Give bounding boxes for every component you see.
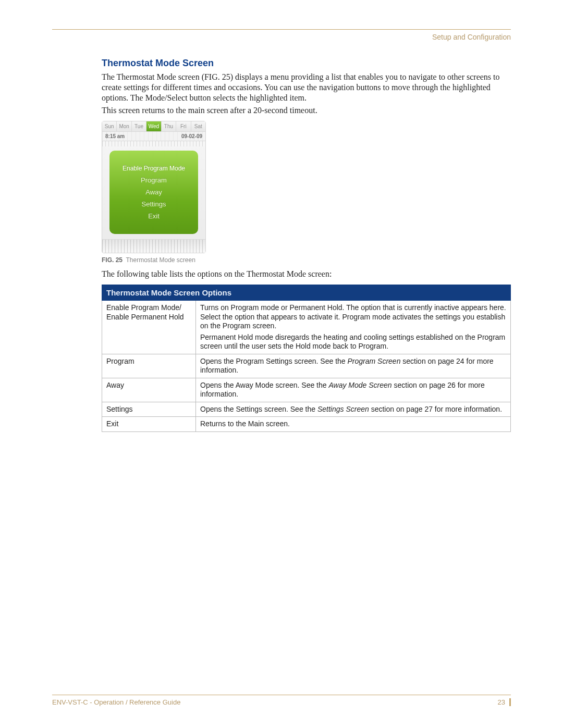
thermo-menu-item: Settings — [142, 200, 166, 208]
page: Setup and Configuration Thermostat Mode … — [0, 0, 563, 728]
scale-top — [102, 141, 205, 146]
paragraph-1: The Thermostat Mode screen (FIG. 25) dis… — [102, 72, 511, 105]
figure-caption: FIG. 25 Thermostat Mode screen — [102, 253, 511, 269]
table-header: Thermostat Mode Screen Options — [102, 285, 511, 301]
page-footer: ENV-VST-C - Operation / Reference Guide … — [52, 695, 511, 706]
top-rule — [52, 29, 511, 30]
day-tab-thu: Thu — [162, 121, 176, 131]
date-label: 09-02-09 — [181, 133, 202, 139]
table-intro: The following table lists the options on… — [102, 269, 511, 281]
table-row: SettingsOpens the Settings screen. See t… — [102, 402, 511, 417]
day-tab-fri: Fri — [176, 121, 191, 131]
figure-caption-text: Thermostat Mode screen — [126, 256, 195, 264]
description-cell: Opens the Settings screen. See the Setti… — [196, 402, 511, 417]
day-tabs: SunMonTueWedThuFriSat — [102, 121, 205, 131]
thermo-menu-item: Away — [145, 188, 162, 196]
table-row: Enable Program Mode/Enable Permanent Hol… — [102, 301, 511, 354]
thermostat-figure: SunMonTueWedThuFriSat 8:15 am 09-02-09 E… — [102, 121, 206, 253]
thermo-menu-item: Program — [141, 176, 167, 184]
page-number: 23 — [498, 698, 511, 706]
table-row: ProgramOpens the Program Settings screen… — [102, 354, 511, 378]
description-cell: Opens the Program Settings screen. See t… — [196, 354, 511, 378]
option-cell: Away — [102, 378, 196, 402]
description-cell: Opens the Away Mode screen. See the Away… — [196, 378, 511, 402]
day-tab-mon: Mon — [117, 121, 131, 131]
thermo-menu-item: Exit — [148, 212, 160, 220]
thermostat-menu: Enable Program ModeProgramAwaySettingsEx… — [109, 151, 198, 234]
time-label: 8:15 am — [105, 133, 125, 139]
time-date-row: 8:15 am 09-02-09 — [102, 131, 205, 141]
option-cell: Program — [102, 354, 196, 378]
option-cell: Settings — [102, 402, 196, 417]
figure-label: FIG. 25 — [102, 256, 123, 264]
option-cell: Exit — [102, 417, 196, 432]
description-cell: Returns to the Main screen. — [196, 417, 511, 432]
section-heading: Thermostat Mode Screen — [102, 54, 511, 72]
day-tab-sun: Sun — [102, 121, 117, 131]
thermo-menu-item: Enable Program Mode — [123, 165, 185, 172]
scale-bottom — [102, 239, 205, 253]
paragraph-2: This screen returns to the main screen a… — [102, 105, 511, 118]
footer-title: ENV-VST-C - Operation / Reference Guide — [52, 698, 180, 706]
day-tab-wed: Wed — [146, 121, 161, 131]
options-table: Thermostat Mode Screen Options Enable Pr… — [102, 285, 511, 432]
section-breadcrumb: Setup and Configuration — [52, 33, 511, 54]
option-cell: Enable Program Mode/Enable Permanent Hol… — [102, 301, 196, 354]
table-row: ExitReturns to the Main screen. — [102, 417, 511, 432]
description-cell: Turns on Program mode or Permanent Hold.… — [196, 301, 511, 354]
content: Thermostat Mode Screen The Thermostat Mo… — [52, 54, 511, 432]
table-row: AwayOpens the Away Mode screen. See the … — [102, 378, 511, 402]
day-tab-sat: Sat — [191, 121, 205, 131]
day-tab-tue: Tue — [132, 121, 146, 131]
